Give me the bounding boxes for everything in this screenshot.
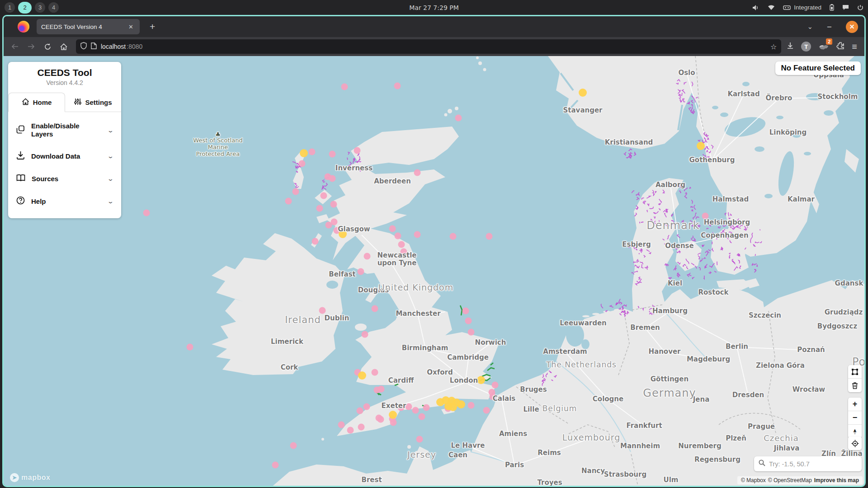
site-marker-pink[interactable] — [390, 419, 397, 426]
window-minimize-button[interactable]: – — [825, 23, 834, 31]
site-marker-pink[interactable] — [414, 169, 421, 176]
home-button[interactable] — [57, 40, 71, 53]
site-marker-yellow[interactable] — [339, 230, 347, 238]
menu-item-help[interactable]: Help ⌄ — [14, 190, 115, 213]
tab-close-icon[interactable]: ✕ — [127, 23, 135, 31]
browser-tab[interactable]: CEEDS Tool Version 4 ✕ — [37, 19, 140, 34]
site-marker-pink[interactable] — [309, 149, 316, 155]
site-marker-pink[interactable] — [285, 198, 292, 205]
bookmark-star-icon[interactable]: ☆ — [770, 42, 777, 51]
site-marker-yellow[interactable] — [697, 142, 705, 150]
site-marker-yellow[interactable] — [477, 376, 485, 384]
site-marker-pink[interactable] — [394, 83, 401, 89]
site-marker-pink[interactable] — [341, 84, 348, 90]
site-marker-pink[interactable] — [483, 407, 490, 414]
site-marker-pink[interactable] — [299, 160, 306, 167]
site-marker-pink[interactable] — [462, 308, 469, 314]
site-marker-yellow[interactable] — [389, 411, 397, 419]
site-marker-yellow[interactable] — [300, 149, 308, 157]
site-marker-pink[interactable] — [414, 231, 421, 238]
site-marker-pink[interactable] — [329, 151, 336, 158]
site-marker-pink[interactable] — [338, 422, 345, 428]
site-marker-pink[interactable] — [364, 253, 371, 260]
improve-map-link[interactable]: Improve this map — [814, 477, 859, 483]
coastal-feature[interactable] — [641, 222, 644, 222]
chat-icon[interactable] — [842, 5, 849, 10]
site-marker-pink[interactable] — [468, 402, 475, 409]
site-marker-pink[interactable] — [419, 413, 425, 420]
site-marker-pink[interactable] — [423, 404, 430, 411]
mapbox-logo[interactable]: ➤ mapbox — [10, 473, 50, 482]
hamburger-menu-icon[interactable]: ≡ — [852, 42, 857, 52]
coastal-feature[interactable] — [643, 308, 644, 310]
tab-settings[interactable]: Settings — [65, 93, 121, 112]
workspace-3[interactable]: 3 — [35, 2, 45, 13]
site-marker-pink[interactable] — [468, 329, 475, 336]
coastal-feature[interactable] — [760, 230, 760, 230]
coastal-feature[interactable] — [640, 222, 640, 224]
site-marker-pink[interactable] — [316, 205, 323, 212]
site-marker-pink[interactable] — [272, 462, 279, 469]
workspace-switcher[interactable]: 1 2 3 4 — [5, 2, 59, 14]
workspace-2-active[interactable]: 2 — [18, 2, 32, 14]
shield-icon[interactable] — [80, 42, 87, 51]
new-tab-button[interactable]: + — [146, 21, 159, 32]
site-marker-pink[interactable] — [372, 369, 378, 376]
t-extension-icon[interactable]: T — [801, 42, 811, 52]
forward-button[interactable] — [24, 40, 38, 53]
site-marker-yellow[interactable] — [358, 371, 366, 380]
site-marker-pink[interactable] — [372, 305, 378, 312]
site-marker-pink[interactable] — [329, 175, 336, 182]
site-marker-pink[interactable] — [321, 192, 327, 199]
site-marker-pink[interactable] — [398, 241, 405, 248]
coastal-feature[interactable] — [639, 253, 639, 254]
site-marker-pink[interactable] — [450, 233, 457, 240]
site-marker-pink[interactable] — [377, 416, 384, 423]
site-marker-pink[interactable] — [401, 249, 407, 255]
firefox-icon[interactable] — [18, 21, 29, 33]
url-bar[interactable]: localhost:8080 ☆ — [76, 39, 781, 54]
list-tabs-chevron-icon[interactable]: ⌄ — [807, 23, 813, 31]
workspace-1[interactable]: 1 — [5, 2, 15, 13]
menu-item-layers[interactable]: Enable/Disable Layers ⌄ — [14, 116, 115, 145]
clock[interactable]: Mar 27 7:29 PM — [409, 0, 459, 15]
site-marker-pink[interactable] — [187, 344, 193, 351]
menu-item-sources[interactable]: Sources ⌄ — [14, 168, 115, 190]
coastal-feature[interactable] — [347, 158, 348, 160]
site-marker-pink[interactable] — [362, 331, 368, 338]
site-marker-yellow[interactable] — [579, 89, 587, 97]
zoom-out-button[interactable]: − — [848, 411, 862, 425]
tab-home[interactable]: Home — [8, 93, 65, 112]
wifi-icon[interactable] — [768, 5, 775, 10]
site-marker-pink[interactable] — [412, 407, 419, 414]
site-marker-pink[interactable] — [406, 404, 412, 410]
site-marker-pink[interactable] — [455, 115, 462, 122]
search-input[interactable] — [769, 460, 857, 468]
power-icon[interactable] — [857, 5, 863, 11]
mapbox-attribution-link[interactable]: © Mapbox — [741, 477, 766, 483]
site-marker-pink[interactable] — [490, 394, 496, 400]
geolocate-button[interactable] — [848, 436, 862, 450]
site-marker-pink[interactable] — [358, 424, 365, 431]
site-marker-pink[interactable] — [358, 268, 364, 275]
zoom-in-button[interactable]: + — [848, 398, 862, 411]
menu-item-download[interactable]: Download Data ⌄ — [14, 145, 115, 168]
site-marker-pink[interactable] — [395, 233, 401, 239]
back-button[interactable] — [8, 40, 22, 53]
site-marker-pink[interactable] — [312, 238, 319, 245]
site-marker-pink[interactable] — [326, 222, 332, 229]
coastal-feature[interactable] — [697, 225, 698, 225]
site-marker-pink[interactable] — [398, 404, 405, 411]
workspace-4[interactable]: 4 — [48, 2, 59, 13]
site-marker-yellow[interactable] — [449, 403, 457, 411]
volume-icon[interactable] — [752, 5, 760, 11]
site-marker-pink[interactable] — [465, 318, 472, 324]
site-marker-pink[interactable] — [347, 427, 354, 434]
page-info-icon[interactable] — [91, 42, 97, 51]
site-marker-pink[interactable] — [389, 225, 396, 232]
site-marker-pink[interactable] — [290, 442, 297, 449]
reload-button[interactable] — [41, 40, 54, 53]
site-marker-yellow[interactable] — [457, 400, 465, 408]
site-marker-pink[interactable] — [354, 147, 361, 154]
coastal-feature[interactable] — [682, 93, 682, 96]
